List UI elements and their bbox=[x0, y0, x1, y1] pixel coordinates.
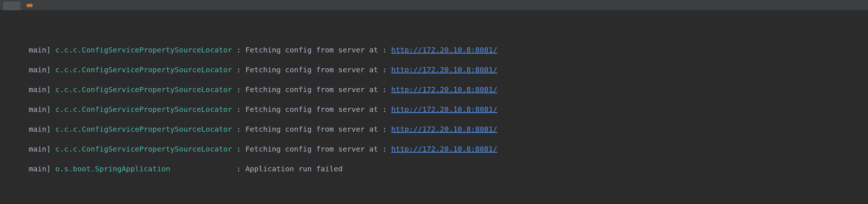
log-message: Fetching config from server at : bbox=[245, 65, 391, 74]
log-sep: : bbox=[236, 125, 245, 134]
log-message: Application run failed bbox=[245, 164, 343, 173]
logger-name: c.c.c.ConfigServicePropertySourceLocator bbox=[55, 105, 232, 114]
config-url-link[interactable]: http://172.20.10.8:8081/ bbox=[391, 45, 498, 54]
thread-name: main] bbox=[7, 65, 55, 74]
log-line: main] c.c.c.ConfigServicePropertySourceL… bbox=[7, 124, 868, 134]
config-url-link[interactable]: http://172.20.10.8:8081/ bbox=[391, 65, 498, 74]
log-message: Fetching config from server at : bbox=[245, 145, 391, 153]
tab-icon-wrap[interactable]: ●● bbox=[21, 0, 38, 10]
logger-name: c.c.c.ConfigServicePropertySourceLocator bbox=[55, 85, 232, 94]
log-line: main] o.s.boot.SpringApplication : Appli… bbox=[7, 164, 868, 174]
blank-line bbox=[7, 184, 868, 194]
log-pad bbox=[232, 45, 236, 54]
config-url-link[interactable]: http://172.20.10.8:8081/ bbox=[391, 125, 498, 134]
log-line: main] c.c.c.ConfigServicePropertySourceL… bbox=[7, 65, 868, 75]
logger-name: c.c.c.ConfigServicePropertySourceLocator bbox=[55, 125, 232, 134]
log-sep: : bbox=[236, 105, 245, 114]
thread-name: main] bbox=[7, 125, 55, 134]
tab-active[interactable] bbox=[3, 1, 21, 10]
log-sep: : bbox=[236, 85, 245, 94]
logger-name: c.c.c.ConfigServicePropertySourceLocator bbox=[55, 65, 232, 74]
stacktrace-icon: ●● bbox=[26, 1, 32, 8]
log-sep: : bbox=[236, 145, 245, 153]
log-message: Fetching config from server at : bbox=[245, 85, 391, 94]
log-line: main] c.c.c.ConfigServicePropertySourceL… bbox=[7, 105, 868, 114]
log-sep: : bbox=[236, 65, 245, 74]
config-url-link[interactable]: http://172.20.10.8:8081/ bbox=[391, 105, 498, 114]
log-line: main] c.c.c.ConfigServicePropertySourceL… bbox=[7, 85, 868, 95]
console-output[interactable]: main] c.c.c.ConfigServicePropertySourceL… bbox=[0, 10, 868, 204]
thread-name: main] bbox=[7, 145, 55, 153]
log-sep: : bbox=[236, 45, 245, 54]
thread-name: main] bbox=[7, 164, 55, 173]
logger-name: o.s.boot.SpringApplication bbox=[55, 164, 170, 173]
tab-bar: ●● bbox=[0, 0, 868, 10]
log-pad bbox=[232, 145, 236, 153]
log-pad bbox=[232, 125, 236, 134]
log-message: Fetching config from server at : bbox=[245, 45, 391, 54]
log-message: Fetching config from server at : bbox=[245, 105, 391, 114]
log-pad bbox=[232, 65, 236, 74]
thread-name: main] bbox=[7, 85, 55, 94]
config-url-link[interactable]: http://172.20.10.8:8081/ bbox=[391, 85, 498, 94]
log-message: Fetching config from server at : bbox=[245, 125, 391, 134]
logger-name: c.c.c.ConfigServicePropertySourceLocator bbox=[55, 45, 232, 54]
log-line: main] c.c.c.ConfigServicePropertySourceL… bbox=[7, 144, 868, 154]
logger-name: c.c.c.ConfigServicePropertySourceLocator bbox=[55, 145, 232, 153]
thread-name: main] bbox=[7, 45, 55, 54]
log-pad bbox=[170, 164, 237, 173]
thread-name: main] bbox=[7, 105, 55, 114]
log-pad bbox=[232, 105, 236, 114]
log-line: main] c.c.c.ConfigServicePropertySourceL… bbox=[7, 45, 868, 55]
log-sep: : bbox=[236, 164, 245, 173]
log-pad bbox=[232, 85, 236, 94]
config-url-link[interactable]: http://172.20.10.8:8081/ bbox=[391, 145, 498, 153]
